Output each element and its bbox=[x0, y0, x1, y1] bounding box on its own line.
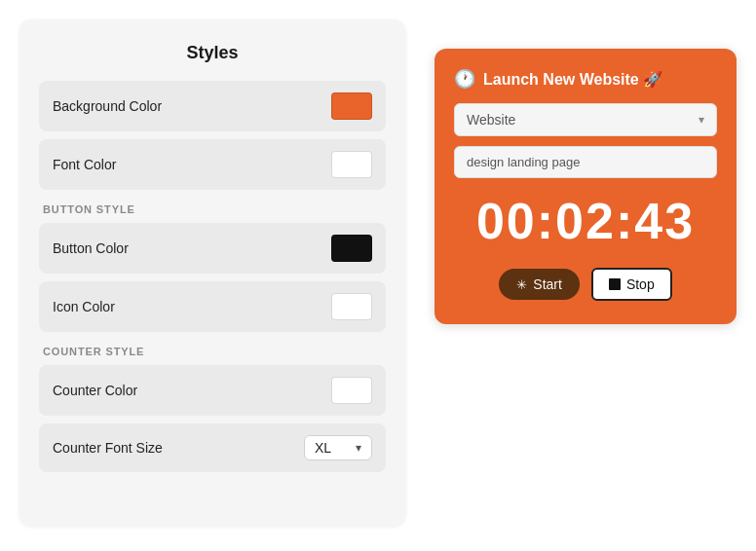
background-color-label: Background Color bbox=[53, 98, 162, 114]
counter-style-section-label: COUNTER STYLE bbox=[43, 346, 386, 357]
counter-color-label: Counter Color bbox=[53, 383, 137, 398]
chevron-down-icon: ▾ bbox=[356, 441, 361, 455]
counter-color-row: Counter Color bbox=[39, 365, 386, 416]
start-button[interactable]: ✳ Start bbox=[499, 269, 580, 300]
start-label: Start bbox=[533, 276, 562, 292]
icon-color-label: Icon Color bbox=[53, 299, 115, 314]
font-color-row: Font Color bbox=[39, 139, 386, 190]
panel-title: Styles bbox=[39, 43, 386, 63]
styles-panel: Styles Background Color Font Color BUTTO… bbox=[19, 19, 405, 526]
clock-icon: 🕐 bbox=[454, 68, 475, 90]
timer-widget: 🕐 Launch New Website 🚀 Website ▾ design … bbox=[435, 49, 737, 324]
font-color-swatch[interactable] bbox=[331, 151, 372, 178]
sun-icon: ✳ bbox=[516, 277, 527, 292]
font-color-label: Font Color bbox=[53, 157, 116, 172]
timer-display: 00:02:43 bbox=[454, 192, 717, 250]
counter-font-size-select[interactable]: XL ▾ bbox=[304, 435, 372, 460]
button-style-section-label: BUTTON STYLE bbox=[43, 203, 386, 215]
stop-label: Stop bbox=[626, 276, 655, 292]
website-dropdown-label: Website bbox=[467, 112, 515, 128]
right-area: 🕐 Launch New Website 🚀 Website ▾ design … bbox=[435, 19, 737, 324]
background-color-swatch[interactable] bbox=[331, 92, 372, 120]
stop-icon bbox=[609, 278, 621, 290]
counter-font-size-row: Counter Font Size XL ▾ bbox=[39, 423, 386, 472]
chevron-down-icon: ▾ bbox=[699, 113, 704, 127]
counter-font-size-label: Counter Font Size bbox=[53, 440, 163, 456]
icon-color-swatch[interactable] bbox=[331, 293, 372, 320]
timer-controls: ✳ Start Stop bbox=[454, 268, 717, 301]
widget-title: Launch New Website 🚀 bbox=[483, 70, 717, 89]
counter-color-swatch[interactable] bbox=[331, 377, 372, 404]
stop-button[interactable]: Stop bbox=[591, 268, 672, 301]
button-color-label: Button Color bbox=[53, 240, 129, 256]
task-input[interactable]: design landing page bbox=[454, 146, 717, 178]
button-color-row: Button Color bbox=[39, 223, 386, 274]
button-color-swatch[interactable] bbox=[331, 235, 372, 262]
website-dropdown[interactable]: Website ▾ bbox=[454, 103, 717, 136]
background-color-row: Background Color bbox=[39, 81, 386, 131]
counter-font-size-value: XL bbox=[315, 440, 331, 456]
icon-color-row: Icon Color bbox=[39, 281, 386, 332]
widget-header: 🕐 Launch New Website 🚀 bbox=[454, 68, 717, 90]
